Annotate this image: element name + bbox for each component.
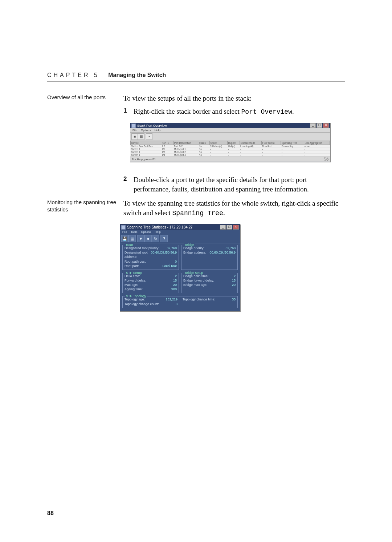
table-cell: - — [304, 153, 330, 156]
value: 00:60:C9:f50:56:9 — [209, 250, 236, 255]
text: . — [292, 108, 294, 115]
menu-item-options[interactable]: Options — [141, 129, 151, 132]
window-title: Stack Port Overview — [137, 124, 310, 128]
port-overview-window: Stack Port Overview _ □ × File Options H… — [130, 123, 330, 162]
table-row[interactable]: Switch 11/4Multi-port 4No------ — [131, 153, 330, 156]
window-titlebar[interactable]: Stack Port Overview _ □ × — [130, 123, 330, 128]
value: 00:60:C9:f50:56:9 — [151, 250, 177, 259]
menu-item-help[interactable]: Help — [154, 129, 160, 132]
filter-icon[interactable]: ▼ — [137, 235, 144, 242]
toolbar: ■ ▦ • — [130, 133, 330, 141]
grid-icon[interactable]: ▦ — [138, 133, 144, 140]
grid-icon[interactable]: ▦ — [128, 235, 136, 242]
table-cell: - — [240, 150, 261, 153]
table-cell: Switch 1 — [131, 147, 161, 150]
window-title: Spanning Tree Statistics - 172.29.184.27 — [127, 225, 220, 229]
resize-grip-icon[interactable] — [324, 157, 328, 161]
table-row[interactable]: Switch 11/2Multi-port 2No------ — [131, 150, 330, 153]
page-number: 88 — [47, 510, 54, 517]
minimize-button[interactable]: _ — [310, 123, 316, 128]
label: Max age: — [124, 283, 138, 287]
value: 152,219 — [166, 297, 177, 302]
col-status[interactable]: Status — [198, 141, 209, 145]
table-cell: Multi-port 1 — [173, 147, 198, 150]
table-cell: Multi-port 2 — [173, 150, 198, 153]
group-title: STP Topology — [125, 294, 147, 298]
col-flow[interactable]: Flow control — [261, 141, 281, 145]
table-cell: - — [261, 153, 281, 156]
help-icon[interactable]: ? — [160, 235, 168, 242]
table-cell: - — [209, 147, 227, 150]
menu-item-help[interactable]: Help — [155, 230, 160, 234]
label: Root port: — [124, 264, 139, 268]
table-cell: Disabled — [261, 145, 281, 147]
status-bar: For Help, press F1 — [130, 157, 330, 162]
close-button[interactable]: × — [323, 123, 329, 128]
save-icon[interactable]: 💾 — [121, 235, 128, 242]
table-cell: Half(a) — [227, 145, 240, 147]
value: 32,768 — [225, 246, 236, 250]
value: 900 — [171, 287, 177, 291]
code-literal: Spanning Tree — [172, 210, 223, 217]
status-text: For Help, press F1 — [132, 158, 156, 161]
table-cell: - — [227, 147, 240, 150]
app-icon — [131, 124, 136, 128]
table-cell: - — [304, 147, 330, 150]
menu-item-file[interactable]: File — [122, 230, 127, 234]
window-titlebar[interactable]: Spanning Tree Statistics - 172.29.184.27… — [120, 225, 240, 230]
col-lag[interactable]: Link Aggregation — [304, 141, 330, 145]
save-icon[interactable]: ■ — [131, 133, 138, 140]
label: Root path cost: — [124, 259, 147, 264]
table-row[interactable]: Switch 11/1Multi-port 1No------ — [131, 147, 330, 150]
step-number: 2 — [123, 175, 134, 194]
refresh-icon[interactable]: ↻ — [152, 235, 159, 242]
group-title: Bridge — [184, 243, 195, 247]
group-stp-setup: STP Setup Hello time:2 Forward delay:15 … — [122, 273, 179, 294]
table-cell: No — [198, 153, 209, 156]
col-port-id[interactable]: Port ID — [161, 141, 173, 145]
col-port-desc[interactable]: Port Description — [173, 141, 198, 145]
app-icon — [121, 225, 126, 230]
table-cell: Forwarding — [281, 145, 304, 147]
text: Right-click the stack border and select — [134, 108, 241, 115]
paragraph: To view the setups of all the ports in t… — [123, 94, 345, 103]
menu-item-tools[interactable]: Tools — [131, 230, 138, 234]
label: Topology change count: — [124, 302, 159, 306]
group-title: Root — [125, 243, 134, 247]
label: Ageing time: — [124, 287, 143, 291]
stop-icon[interactable]: ● — [144, 235, 152, 242]
maximize-button[interactable]: □ — [226, 225, 232, 230]
menu-item-options[interactable]: Options — [141, 230, 151, 234]
value: 35 — [232, 297, 236, 302]
close-button[interactable]: × — [233, 225, 239, 230]
paragraph: To view the spanning tree statistics for… — [123, 199, 345, 218]
table-cell: - — [209, 153, 227, 156]
group-title: STP Setup — [125, 271, 143, 275]
toolbar: 💾 ▦ ▼ ● ↻ ? — [120, 234, 240, 243]
maximize-button[interactable]: □ — [317, 123, 322, 128]
table-cell: 10 Mbps(a) — [209, 145, 227, 147]
value: 20 — [232, 283, 236, 287]
table-cell: Switch 1 — [131, 153, 161, 156]
label: Bridge forward delay: — [183, 278, 214, 283]
margin-label-monitoring: Monitoring the spanning tree statistics — [47, 199, 123, 214]
minimize-button[interactable]: _ — [220, 225, 226, 230]
chapter-header: CHAPTER 5 Managing the Switch — [47, 72, 345, 78]
value: 20 — [173, 283, 177, 287]
label: Designated root address: — [124, 250, 151, 259]
col-speed[interactable]: Speed — [209, 141, 227, 145]
text: . — [223, 209, 225, 217]
col-device[interactable]: Device — [131, 141, 161, 145]
menu-item-file[interactable]: File — [132, 129, 137, 132]
label: Topology change time: — [183, 297, 215, 302]
table-cell: - — [281, 153, 304, 156]
col-duplex[interactable]: Duplex — [227, 141, 240, 145]
table-cell: Learning(all) — [240, 145, 261, 147]
table-cell: - — [281, 150, 304, 153]
table-cell: Switch Box Port Bus — [131, 145, 161, 147]
dot-icon[interactable]: • — [146, 133, 152, 140]
col-stp[interactable]: Spanning Tree — [281, 141, 304, 145]
table-row[interactable]: Switch Box Port Bus1.0Port B-2No10 Mbps(… — [131, 145, 330, 147]
figure-spanning-tree: Spanning Tree Statistics - 172.29.184.27… — [120, 224, 345, 311]
col-discard[interactable]: Discard mode — [240, 141, 261, 145]
